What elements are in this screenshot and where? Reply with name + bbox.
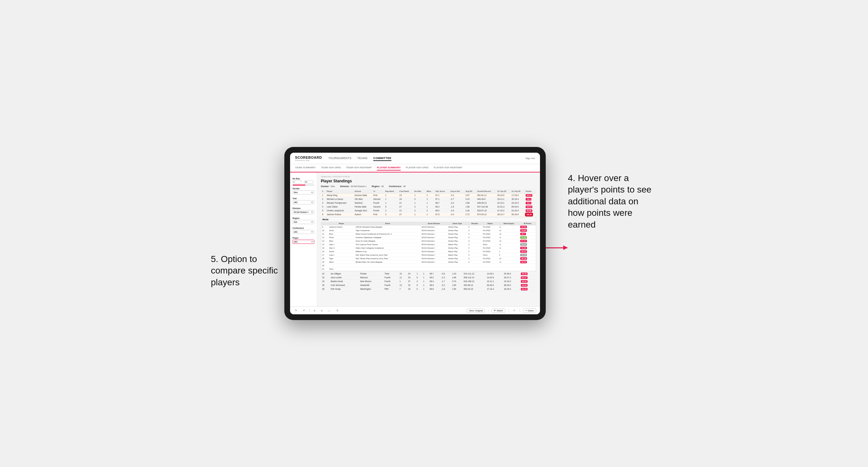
logo-title: SCOREBOARD (295, 156, 322, 159)
tooltip-header: Niche (321, 217, 536, 222)
list-item: 9 Jackson Kolson UNCW Seahawk Intercolle… (321, 225, 536, 229)
standings-table-continued: 22 Ian Gilligan Florida Third 10 24 1 1 … (321, 272, 536, 291)
table-row: 22 Ian Gilligan Florida Third 10 24 1 1 … (321, 272, 536, 276)
year-label: Year (292, 197, 314, 199)
region-filter-label: Region: (372, 185, 380, 187)
gender-label: Gender (292, 187, 314, 190)
table-row: 3 Michael Thorbjornsen Stanford Fourth 1… (321, 201, 536, 205)
download-button[interactable]: ⇓ (512, 309, 517, 312)
table-row: 6 Jackson Kolson Auburn First 2 27 1 1 6… (321, 213, 536, 216)
points-tooltip: Niche Player Event Event Division Event … (321, 217, 536, 271)
sub-navigation: TEAM SUMMARY TEAM H2H GRID TEAM H2H HEAT… (290, 164, 540, 173)
app-header: SCOREBOARD Powered by clipp TOURNAMENTS … (290, 153, 540, 164)
year-select[interactable]: (All) (292, 200, 314, 204)
paste-button[interactable]: ⎙ (320, 309, 323, 312)
no-rds-max-input[interactable] (304, 180, 313, 184)
conference-filter-value: All (403, 185, 406, 187)
conference-select[interactable]: (All) (292, 230, 314, 234)
col-reg-rank: Reg Rank (384, 189, 398, 193)
col-rank: # (321, 189, 326, 193)
list-item: 14 Jake I The Cypress Point Classic NCAA… (321, 243, 536, 246)
list-item: 15 Alex C Fallen Oak Collegiate Invitati… (321, 246, 536, 250)
share-button[interactable]: ⇨ Share (523, 308, 536, 313)
col-overall: Overall Record (476, 189, 496, 193)
toolbar-sep-4 (520, 309, 520, 312)
table-row: 1 Wenyi Ding Arizona State First 1 15 1 … (321, 193, 536, 197)
no-rds-slider[interactable] (292, 185, 314, 186)
annotation-hover: 4. Hover over a player's points to see a… (568, 173, 657, 230)
player-select[interactable]: (All) (292, 240, 314, 244)
list-item: 18 Tiger SEC Stroke Play hosted by Jerry… (321, 257, 536, 260)
conference-label: Conference (292, 227, 314, 229)
view-original-button[interactable]: View: Original (467, 309, 485, 313)
annotation-compare: 5. Option to compare specific players (211, 253, 281, 288)
col-wins: Wins (425, 189, 434, 193)
list-item: 11 Bren Wake Forest Invitational at Pine… (321, 232, 536, 236)
tab-player-h2h-grid[interactable]: PLAYER H2H GRID (406, 166, 428, 170)
standings-table: # Player School Yr Reg Rank Conf Rank No… (321, 189, 536, 216)
tab-player-h2h-heatmap[interactable]: PLAYER H2H HEATMAP (434, 166, 463, 170)
toolbar-sep-2 (488, 309, 488, 312)
sidebar: No Rds. - Gender Men Women Year (290, 173, 317, 306)
gender-filter-value: Men (331, 185, 335, 187)
list-item: 20 (321, 264, 536, 268)
table-row: 4 Luke Claton Florida State Second 5 27 … (321, 205, 536, 209)
col-points: Points (524, 189, 536, 193)
col-player: Player (326, 189, 353, 193)
list-item: 16 David Williams Cup NCAA Division I Ma… (321, 250, 536, 253)
list-item: 21Tech... (321, 268, 536, 271)
list-item: 12 Ploch Southern Highlands Collegiate N… (321, 236, 536, 240)
region-select[interactable]: N/A (292, 220, 314, 224)
conference-filter-label: Conference: (389, 185, 402, 187)
gender-filter: Gender: Men (321, 185, 335, 187)
col-avg-sg: Avg SG (464, 189, 476, 193)
toolbar-sep-3 (508, 309, 509, 312)
main-content: No Rds. - Gender Men Women Year (290, 173, 540, 306)
clock-button[interactable]: ⏱ (335, 309, 340, 312)
nav-tournaments[interactable]: TOURNAMENTS (328, 156, 351, 161)
list-item: 10 Gonk Tiger Invitational NCAA Division… (321, 229, 536, 232)
nav-committee[interactable]: COMMITTEE (373, 156, 392, 161)
tablet-screen: SCOREBOARD Powered by clipp TOURNAMENTS … (290, 153, 540, 314)
region-label: Region (292, 217, 314, 219)
division-select[interactable]: NCAA Division I (292, 210, 314, 214)
tab-team-summary[interactable]: TEAM SUMMARY (295, 166, 316, 170)
no-rds-min-input[interactable] (292, 180, 302, 184)
table-row: 23 Jack Lundin Missouri Fourth 11 24 0 1… (321, 276, 536, 280)
filter-row: Gender: Men Division: NCAA Division I Re… (321, 185, 536, 187)
gender-select[interactable]: Men Women (292, 190, 314, 194)
undo-button[interactable]: ↻ (294, 309, 298, 312)
col-avg-to-par: Avg to-Par (449, 189, 464, 193)
col-yr: Yr (372, 189, 384, 193)
col-school: School (353, 189, 372, 193)
tooltip-table: Player Event Event Division Event Type R… (321, 222, 536, 271)
update-time: Update time: 27/01/2024 16:56:26 (321, 176, 350, 178)
division-filter: Division: NCAA Division I (340, 185, 367, 187)
list-item: 13 Marc Amer An Intercollegiate NCAA Div… (321, 240, 536, 243)
header-right: Sign out (525, 157, 534, 160)
region-filter: Region: All (372, 185, 384, 187)
conference-filter: Conference: All (389, 185, 406, 187)
copy-button[interactable]: ⎘ (313, 309, 316, 312)
nav-teams[interactable]: TEAMS (357, 156, 368, 161)
list-item: 19 Matt I Mirabel Maui Jim Intercollegia… (321, 260, 536, 264)
gender-filter-label: Gender: (321, 185, 330, 187)
sign-out-link[interactable]: Sign out (525, 157, 534, 160)
watch-button[interactable]: 👁 Watch (492, 309, 505, 313)
division-filter-label: Division: (340, 185, 350, 187)
no-rds-range: - (292, 180, 314, 184)
division-filter-value: NCAA Division I (351, 185, 367, 187)
tab-team-h2h-grid[interactable]: TEAM H2H GRID (321, 166, 341, 170)
tab-team-h2h-heatmap[interactable]: TEAM H2H HEATMAP (346, 166, 372, 170)
table-row: 24 Bastien Amat New Mexico Fourth 1 27 2… (321, 280, 536, 283)
redo-button[interactable]: ↺ (302, 309, 306, 312)
col-conf-rank: Conf Rank (398, 189, 413, 193)
table-row: 25 Cole Sherwood Vanderbilt Fourth 12 23… (321, 283, 536, 287)
content-area: Update time: 27/01/2024 16:56:26 Player … (317, 173, 540, 306)
tab-player-summary[interactable]: PLAYER SUMMARY (377, 166, 401, 170)
logo-sub: Powered by clipp (295, 159, 322, 161)
separator-button[interactable]: —· (327, 309, 332, 312)
share-icon: ⇨ (525, 309, 527, 312)
player-label: Player (292, 237, 314, 239)
division-label: Division (292, 207, 314, 210)
